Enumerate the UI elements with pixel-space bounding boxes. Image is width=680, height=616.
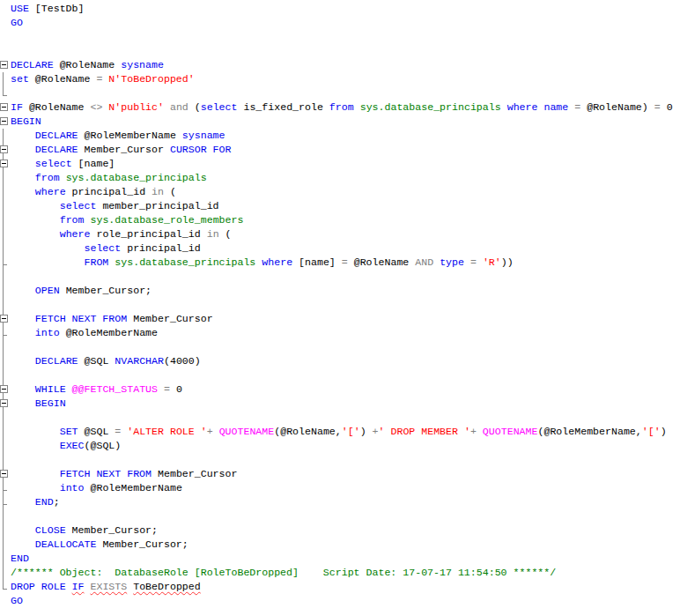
token-id: @RoleName bbox=[348, 256, 416, 268]
code-line[interactable]: BEGIN bbox=[0, 397, 680, 411]
code-line[interactable]: DROP ROLE IF EXISTS ToBeDropped bbox=[0, 580, 680, 594]
token-id bbox=[11, 313, 35, 324]
fold-collapse-icon[interactable] bbox=[0, 143, 11, 157]
token-id bbox=[11, 256, 85, 268]
code-text: END bbox=[11, 552, 29, 566]
code-line[interactable]: FETCH NEXT FROM Member_Cursor bbox=[0, 312, 680, 326]
token-id bbox=[354, 101, 360, 113]
token-tbl: sys.database_principals bbox=[115, 256, 255, 268]
code-line[interactable]: DECLARE Member_Cursor CURSOR FOR bbox=[0, 143, 680, 157]
fold-collapse-icon[interactable] bbox=[0, 100, 11, 115]
fold-collapse-icon[interactable] bbox=[0, 397, 11, 411]
code-line[interactable]: DEALLOCATE Member_Cursor; bbox=[0, 538, 680, 552]
token-str: '[' bbox=[642, 426, 661, 437]
fold-region-line-icon bbox=[0, 552, 11, 566]
code-line[interactable]: END bbox=[0, 552, 680, 566]
fold-collapse-icon[interactable] bbox=[0, 312, 11, 326]
code-line[interactable]: DECLARE @RoleName sysname bbox=[0, 58, 680, 72]
code-text: into @RoleMemberName bbox=[11, 326, 158, 340]
fold-collapse-icon[interactable] bbox=[0, 467, 11, 481]
fold-region-line-icon bbox=[0, 538, 11, 552]
code-line[interactable]: from sys.database_principals bbox=[0, 171, 680, 185]
code-text: GO bbox=[11, 16, 23, 30]
code-text: DECLARE Member_Cursor CURSOR FOR bbox=[11, 143, 232, 157]
token-kw: DECLARE bbox=[35, 355, 78, 367]
fold-gutter bbox=[0, 16, 11, 30]
code-text: DEALLOCATE Member_Cursor; bbox=[11, 538, 188, 552]
token-kw: OPEN bbox=[35, 285, 60, 296]
code-line[interactable]: EXEC(@SQL) bbox=[0, 439, 680, 453]
code-line[interactable]: DECLARE @SQL NVARCHAR(4000) bbox=[0, 354, 680, 368]
code-line[interactable]: select [name] bbox=[0, 157, 680, 171]
code-line[interactable]: /****** Object: DatabaseRole [RoleToBeDr… bbox=[0, 566, 680, 580]
token-fn: QUOTENAME bbox=[219, 426, 275, 437]
token-kw: BEGIN bbox=[35, 397, 66, 409]
code-line[interactable] bbox=[0, 270, 680, 284]
code-line[interactable]: select member_principal_id bbox=[0, 199, 680, 213]
token-id: @RoleName bbox=[54, 59, 122, 71]
code-text: SET @SQL = 'ALTER ROLE '+ QUOTENAME(@Rol… bbox=[11, 425, 667, 439]
fold-collapse-icon[interactable] bbox=[0, 58, 11, 72]
code-line[interactable] bbox=[0, 368, 680, 382]
code-line[interactable]: OPEN Member_Cursor; bbox=[0, 284, 680, 298]
code-line[interactable]: where role_principal_id in ( bbox=[0, 227, 680, 241]
token-kw: where bbox=[60, 228, 91, 240]
code-line[interactable]: into @RoleMemberName bbox=[0, 481, 680, 495]
code-line[interactable] bbox=[0, 44, 680, 58]
fold-region-line-icon bbox=[0, 72, 11, 86]
token-id: principal_id bbox=[66, 186, 152, 197]
code-line[interactable]: END; bbox=[0, 495, 680, 509]
code-line[interactable] bbox=[0, 86, 680, 100]
token-op: + bbox=[373, 426, 379, 437]
code-text: select [name] bbox=[11, 157, 115, 171]
code-text: DECLARE @SQL NVARCHAR(4000) bbox=[11, 354, 201, 368]
code-line[interactable]: CLOSE Member_Cursor; bbox=[0, 523, 680, 538]
token-id: (@RoleMemberName, bbox=[537, 426, 641, 437]
fold-collapse-icon[interactable] bbox=[0, 115, 11, 129]
code-line[interactable]: DECLARE @RoleMemberName sysname bbox=[0, 129, 680, 143]
token-kw: NVARCHAR bbox=[115, 355, 164, 367]
fold-collapse-icon[interactable] bbox=[0, 382, 11, 397]
code-line[interactable] bbox=[0, 30, 680, 44]
token-op: AND bbox=[415, 256, 433, 268]
code-line[interactable]: GO bbox=[0, 16, 680, 30]
token-kw-error: IF bbox=[72, 581, 85, 592]
code-line[interactable]: USE [TestDb] bbox=[0, 2, 680, 16]
token-id-error: ToBeDropped bbox=[133, 581, 201, 592]
code-line[interactable]: FROM sys.database_principals where [name… bbox=[0, 256, 680, 270]
fold-collapse-icon[interactable] bbox=[0, 157, 11, 171]
token-id: Member_Cursor bbox=[78, 144, 170, 155]
code-line[interactable]: GO bbox=[0, 594, 680, 608]
code-line[interactable]: from sys.database_role_members bbox=[0, 213, 680, 227]
fold-region-line-icon bbox=[0, 326, 11, 340]
code-line[interactable]: FETCH NEXT FROM Member_Cursor bbox=[0, 467, 680, 481]
token-op: = bbox=[470, 256, 477, 268]
code-line[interactable] bbox=[0, 509, 680, 523]
code-line[interactable] bbox=[0, 340, 680, 354]
code-line[interactable] bbox=[0, 453, 680, 467]
code-line[interactable]: IF @RoleName <> N'public' and (select is… bbox=[0, 100, 680, 115]
code-line[interactable]: SET @SQL = 'ALTER ROLE '+ QUOTENAME(@Rol… bbox=[0, 425, 680, 439]
code-text: DECLARE @RoleMemberName sysname bbox=[11, 129, 225, 143]
code-line[interactable]: select principal_id bbox=[0, 241, 680, 256]
code-line[interactable]: set @RoleName = N'ToBeDropped' bbox=[0, 72, 680, 86]
token-id: Member_Cursor; bbox=[60, 285, 152, 296]
token-id bbox=[11, 426, 60, 437]
token-id: [name] bbox=[72, 158, 115, 169]
fold-region-line-icon bbox=[0, 213, 11, 227]
token-str: N'public' bbox=[108, 101, 164, 113]
code-line[interactable]: into @RoleMemberName bbox=[0, 326, 680, 340]
token-id bbox=[11, 214, 60, 226]
code-text: CLOSE Member_Cursor; bbox=[11, 523, 158, 538]
code-line[interactable] bbox=[0, 298, 680, 312]
code-line[interactable]: WHILE @@FETCH_STATUS = 0 bbox=[0, 382, 680, 397]
token-kw: into bbox=[35, 327, 60, 338]
token-id: [TestDb] bbox=[29, 3, 85, 14]
code-editor[interactable]: USE [TestDb]GODECLARE @RoleName sysnames… bbox=[0, 0, 680, 614]
token-id: Member_Cursor; bbox=[96, 538, 188, 550]
code-text: into @RoleMemberName bbox=[11, 481, 182, 495]
code-line[interactable] bbox=[0, 411, 680, 425]
fold-region-line-icon bbox=[0, 270, 11, 284]
code-line[interactable]: BEGIN bbox=[0, 115, 680, 129]
code-line[interactable]: where principal_id in ( bbox=[0, 185, 680, 199]
